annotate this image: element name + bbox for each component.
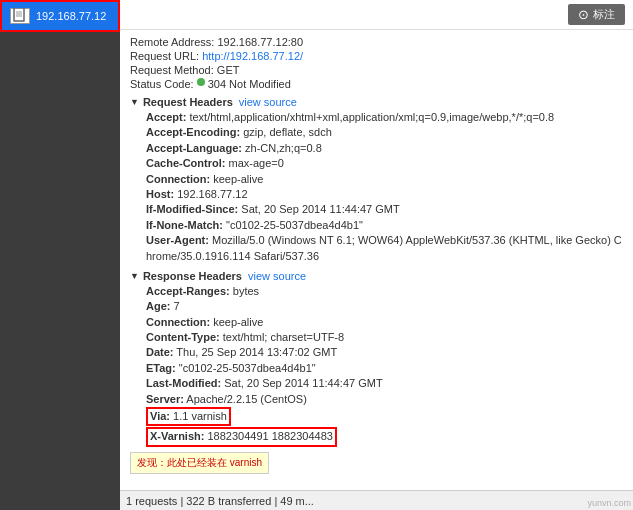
status-code-row: Status Code: 304 Not Modified bbox=[130, 78, 623, 90]
request-header-row: Connection: keep-alive bbox=[146, 172, 623, 187]
watermark-text: yunvn.com bbox=[587, 498, 631, 508]
remote-address-value: 192.168.77.12:80 bbox=[217, 36, 303, 48]
response-header-row: Date: Thu, 25 Sep 2014 13:47:02 GMT bbox=[146, 345, 623, 360]
response-header-row: Age: 7 bbox=[146, 299, 623, 314]
response-header-row: Via: 1.1 varnish bbox=[146, 407, 231, 426]
request-header-rows: Accept: text/html,application/xhtml+xml,… bbox=[130, 110, 623, 264]
watermark: yunvn.com bbox=[587, 498, 631, 508]
annotation-bubble: 发现：此处已经装在 varnish bbox=[130, 452, 269, 474]
status-bar-text: 1 requests | 322 B transferred | 49 m... bbox=[126, 495, 314, 507]
response-header-row: Last-Modified: Sat, 20 Sep 2014 11:44:47… bbox=[146, 376, 623, 391]
sidebar: 192.168.77.12 bbox=[0, 0, 120, 510]
remote-address-row: Remote Address: 192.168.77.12:80 bbox=[130, 36, 623, 48]
top-header: ⊙ 标注 bbox=[120, 0, 633, 30]
status-code-value: 304 Not Modified bbox=[208, 78, 291, 90]
response-header-row: Content-Type: text/html; charset=UTF-8 bbox=[146, 330, 623, 345]
sidebar-item-label: 192.168.77.12 bbox=[36, 10, 106, 22]
annotation-area: 发现：此处已经装在 varnish bbox=[130, 452, 623, 474]
triangle-icon: ▼ bbox=[130, 97, 139, 107]
badge-icon: ⊙ bbox=[578, 7, 589, 22]
response-header-row: ETag: "c0102-25-5037dbea4d4b1" bbox=[146, 361, 623, 376]
request-method-label: Request Method: bbox=[130, 64, 214, 76]
badge-label: 标注 bbox=[593, 7, 615, 22]
request-header-row: If-Modified-Since: Sat, 20 Sep 2014 11:4… bbox=[146, 202, 623, 217]
request-method-value: GET bbox=[217, 64, 240, 76]
remote-address-label: Remote Address: bbox=[130, 36, 214, 48]
response-header-row: Accept-Ranges: bytes bbox=[146, 284, 623, 299]
request-url-value: http://192.168.77.12/ bbox=[202, 50, 303, 62]
request-header-row: Accept-Language: zh-CN,zh;q=0.8 bbox=[146, 141, 623, 156]
badge-button[interactable]: ⊙ 标注 bbox=[568, 4, 625, 25]
content-panel: Remote Address: 192.168.77.12:80 Request… bbox=[120, 30, 633, 490]
document-icon bbox=[10, 8, 30, 24]
response-header-rows: Accept-Ranges: bytesAge: 7Connection: ke… bbox=[130, 284, 623, 448]
status-bar: 1 requests | 322 B transferred | 49 m... bbox=[120, 490, 633, 510]
request-header-row: Accept: text/html,application/xhtml+xml,… bbox=[146, 110, 623, 125]
sidebar-item-ip[interactable]: 192.168.77.12 bbox=[0, 0, 120, 32]
triangle-icon-2: ▼ bbox=[130, 271, 139, 281]
request-headers-title: ▼ Request Headers view source bbox=[130, 96, 623, 108]
request-header-row: Accept-Encoding: gzip, deflate, sdch bbox=[146, 125, 623, 140]
status-dot bbox=[197, 78, 205, 86]
request-url-label: Request URL: bbox=[130, 50, 199, 62]
response-view-source-link[interactable]: view source bbox=[248, 270, 306, 282]
response-header-row: X-Varnish: 1882304491 1882304483 bbox=[146, 427, 337, 446]
response-headers-title: ▼ Response Headers view source bbox=[130, 270, 623, 282]
response-header-row: Server: Apache/2.2.15 (CentOS) bbox=[146, 392, 623, 407]
request-method-row: Request Method: GET bbox=[130, 64, 623, 76]
response-header-row: Connection: keep-alive bbox=[146, 315, 623, 330]
annotation-text: 发现：此处已经装在 varnish bbox=[137, 457, 262, 468]
request-url-row: Request URL: http://192.168.77.12/ bbox=[130, 50, 623, 62]
request-view-source-link[interactable]: view source bbox=[239, 96, 297, 108]
status-code-label: Status Code: bbox=[130, 78, 194, 90]
request-header-row: If-None-Match: "c0102-25-5037dbea4d4b1" bbox=[146, 218, 623, 233]
request-header-row: Host: 192.168.77.12 bbox=[146, 187, 623, 202]
request-header-row: User-Agent: Mozilla/5.0 (Windows NT 6.1;… bbox=[146, 233, 623, 264]
request-header-row: Cache-Control: max-age=0 bbox=[146, 156, 623, 171]
